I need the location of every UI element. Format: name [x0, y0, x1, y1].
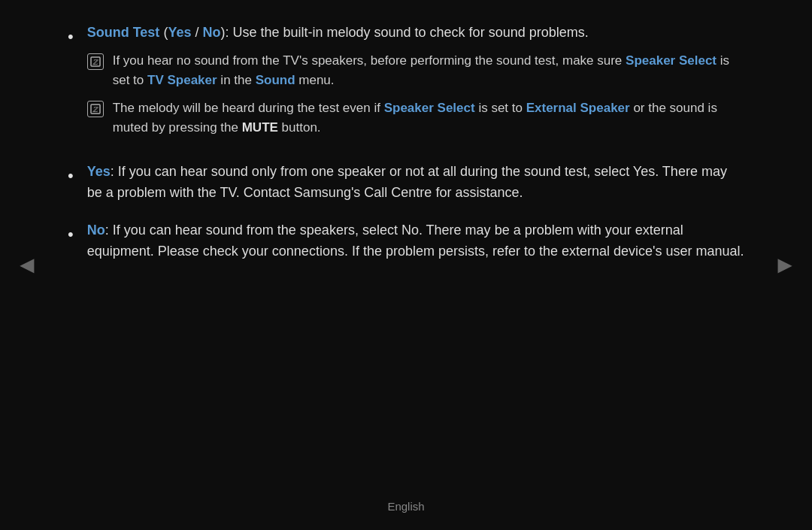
bullet-content-1: Sound Test (Yes / No): Use the built-in … — [87, 23, 744, 145]
note1-speaker-select: Speaker Select — [626, 53, 717, 68]
note-icon-1: ℤ — [87, 53, 104, 70]
no-text: : If you can hear sound from the speaker… — [87, 223, 744, 259]
bullet-dot-3: • — [68, 222, 74, 247]
svg-text:ℤ: ℤ — [92, 106, 98, 114]
yes-label: Yes — [87, 164, 111, 179]
note-icon-2: ℤ — [87, 101, 104, 117]
note-text-1: If you hear no sound from the TV's speak… — [113, 51, 744, 91]
bullet-content-3: No: If you can hear sound from the speak… — [87, 220, 744, 262]
nav-arrow-left[interactable]: ◄ — [8, 239, 47, 292]
svg-text:ℤ: ℤ — [92, 59, 98, 66]
list-item-sound-test: • Sound Test (Yes / No): Use the built-i… — [68, 23, 744, 145]
footer-language: English — [387, 498, 424, 515]
note-block-1: ℤ If you hear no sound from the TV's spe… — [87, 51, 744, 91]
note2-text4: button. — [278, 120, 321, 135]
note1-text4: menu. — [295, 73, 335, 87]
note2-text2: is set to — [475, 101, 526, 115]
list-item-no: • No: If you can hear sound from the spe… — [68, 220, 744, 262]
note2-mute: MUTE — [242, 120, 278, 135]
note1-text3: in the — [217, 73, 256, 87]
no-label: No — [87, 223, 105, 238]
nav-arrow-right[interactable]: ► — [765, 239, 804, 292]
note-text-2: The melody will be heard during the test… — [113, 98, 744, 138]
bullet-content-2: Yes: If you can hear sound only from one… — [87, 162, 744, 204]
note2-speaker-select: Speaker Select — [384, 101, 475, 115]
list-item-yes: • Yes: If you can hear sound only from o… — [68, 162, 744, 204]
note2-external-speaker: External Speaker — [526, 101, 630, 115]
note1-tv-speaker: TV Speaker — [147, 73, 217, 87]
note2-text1: The melody will be heard during the test… — [113, 101, 384, 115]
sound-test-label: Sound Test — [87, 25, 160, 40]
note-block-2: ℤ The melody will be heard during the te… — [87, 98, 744, 138]
note1-sound: Sound — [256, 73, 295, 87]
note1-text1: If you hear no sound from the TV's speak… — [113, 53, 626, 68]
bullet-dot-1: • — [68, 24, 74, 50]
content-list: • Sound Test (Yes / No): Use the built-i… — [68, 23, 744, 279]
main-content: • Sound Test (Yes / No): Use the built-i… — [0, 0, 812, 530]
yes-text: : If you can hear sound only from one sp… — [87, 164, 727, 200]
sound-test-text: : Use the built-in melody sound to check… — [225, 25, 588, 40]
sound-test-yes-no: (Yes / No) — [163, 25, 225, 40]
bullet-dot-2: • — [68, 163, 74, 189]
